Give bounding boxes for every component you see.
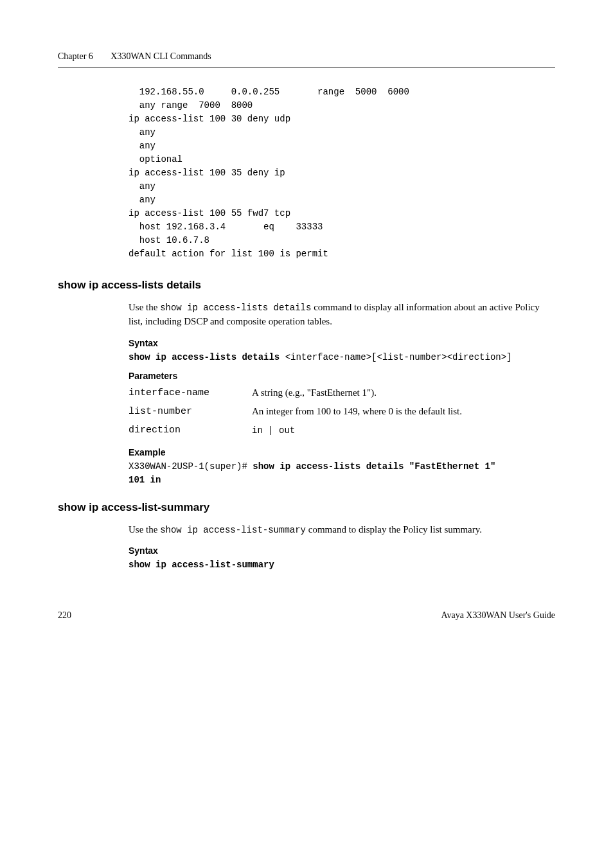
example-block-details: X330WAN-2USP-1(super)# show ip access-li… [129,460,555,487]
header-title: X330WAN CLI Commands [111,51,211,61]
parameters-table: interface-name A string (e.g., "FastEthe… [129,384,470,439]
details-body-text: Use the show ip access-lists details com… [129,301,555,329]
param-desc-code: in | out [252,425,295,436]
syntax-bold: show ip access-list-summary [129,560,274,570]
param-name: direction [129,421,252,439]
table-row: interface-name A string (e.g., "FastEthe… [129,384,470,402]
syntax-line-details: show ip access-lists details <interface-… [129,351,555,364]
section-heading-summary: show ip access-list-summary [58,501,555,514]
body-inline-code: show ip access-list-summary [160,525,306,535]
body-inline-code: show ip access-lists details [160,303,311,313]
code-output-block: 192.168.55.0 0.0.0.255 range 5000 6000 a… [129,85,555,261]
page-header: Chapter 6 X330WAN CLI Commands [58,51,555,67]
param-name: interface-name [129,384,252,402]
param-desc: An integer from 100 to 149, where 0 is t… [252,402,470,421]
table-row: direction in | out [129,421,470,439]
summary-body-text: Use the show ip access-list-summary comm… [129,523,555,537]
body-prefix: Use the [129,302,160,312]
body-prefix: Use the [129,524,160,535]
section-heading-details: show ip access-lists details [58,279,555,292]
example-bold-1: show ip access-lists details "FastEthern… [253,461,495,472]
param-desc: A string (e.g., "FastEthernet 1"). [252,384,470,402]
example-prefix: X330WAN-2USP-1(super)# [129,461,253,472]
syntax-bold: show ip access-lists details [129,352,280,362]
table-row: list-number An integer from 100 to 149, … [129,402,470,421]
page-footer: 220 Avaya X330WAN User's Guide [58,610,555,621]
syntax-label-details: Syntax [129,338,555,348]
syntax-label-summary: Syntax [129,545,555,556]
body-suffix: command to display the Policy list summa… [306,524,482,535]
parameters-label: Parameters [129,371,555,381]
example-bold-2: 101 in [129,475,161,485]
syntax-line-summary: show ip access-list-summary [129,558,555,572]
example-label-details: Example [129,447,555,457]
page-number: 220 [58,610,71,621]
syntax-rest: <interface-name>[<list-number><direction… [280,352,511,362]
param-name: list-number [129,402,252,421]
page-container: Chapter 6 X330WAN CLI Commands 192.168.5… [0,0,613,659]
guide-title: Avaya X330WAN User's Guide [441,610,555,621]
chapter-label: Chapter 6 [58,51,93,61]
param-desc: in | out [252,421,470,439]
